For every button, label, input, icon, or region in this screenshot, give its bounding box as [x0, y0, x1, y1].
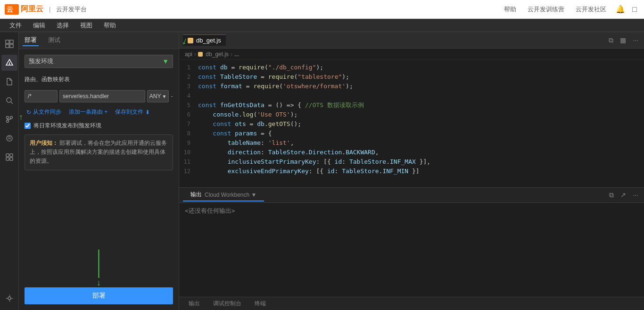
output-copy-icon[interactable]: ⧉: [607, 190, 616, 200]
svg-rect-18: [10, 158, 13, 160]
save-icon: ⬇: [145, 109, 150, 116]
activity-search-icon[interactable]: [1, 92, 17, 109]
svg-rect-4: [6, 44, 9, 48]
svg-rect-15: [6, 154, 9, 157]
output-panel-actions: ⧉ ↗ ···: [607, 190, 640, 200]
sync-from-file-btn[interactable]: ↻ 从文件同步: [25, 107, 63, 117]
output-expand-icon[interactable]: ↗: [619, 190, 628, 200]
breadcrumb-current: ...: [234, 51, 239, 58]
activity-git-icon[interactable]: [1, 111, 17, 127]
menu-select[interactable]: 选择: [52, 20, 74, 31]
cloud-workbench-label: Cloud Workbench: [205, 192, 249, 198]
menu-view[interactable]: 视图: [75, 20, 97, 31]
notice-box: 用户须知： 部署调试，将会在您为此应用开通的云服务上，按照该应用所属解决方案的描…: [25, 134, 173, 170]
nav-community[interactable]: 云开发社区: [576, 5, 606, 14]
editor-area: db_get.js ⧉ ▦ ··· api › db_get.js › ... …: [179, 32, 644, 310]
svg-line-8: [11, 102, 13, 104]
annotation-arrow-3: ↓: [97, 250, 101, 288]
bottom-tab-debug[interactable]: 调试控制台: [207, 299, 247, 309]
notice-prefix: 用户须知：: [30, 140, 58, 146]
sync-label: 从文件同步: [33, 108, 61, 116]
annotation-arrow-2: ↑: [19, 112, 23, 122]
breadcrumb-api[interactable]: api: [185, 51, 192, 58]
left-panel-tabs: 部署 测试: [19, 32, 179, 49]
env-dropdown-label: 预发环境: [29, 57, 53, 66]
code-line-11: 11 inclusiveStartPrimaryKey: [{ id: Tabl…: [179, 157, 644, 167]
output-tab-dropdown-icon[interactable]: Cloud Workbench ▼: [205, 192, 256, 198]
main-layout: 部署 测试 预发环境 ▼ ↑ 路由、函数映射表: [0, 32, 644, 310]
route-delete-icon[interactable]: -: [171, 92, 173, 100]
svg-point-10: [10, 117, 12, 119]
platform-name: 云开发平台: [56, 5, 87, 14]
breadcrumb-bar: api › db_get.js › ...: [179, 49, 644, 60]
route-method-select[interactable]: ANY ▼: [147, 90, 169, 102]
activity-blocks-icon[interactable]: [1, 149, 17, 165]
editor-actions: ⧉ ▦ ···: [607, 35, 640, 45]
output-more-icon[interactable]: ···: [631, 190, 640, 200]
left-panel-content: 预发环境 ▼ ↑ 路由、函数映射表 ANY ▼ -: [19, 49, 179, 310]
more-actions-icon[interactable]: ···: [631, 35, 640, 45]
code-line-12: 12 exclusiveEndPrimaryKey: [{ id: TableS…: [179, 167, 644, 176]
checkbox-label: 将日常环境发布到预发环境: [33, 122, 101, 130]
top-nav-icons: 🔔 □: [616, 5, 639, 14]
tab-test[interactable]: 测试: [46, 35, 62, 46]
nav-training[interactable]: 云开发训练营: [528, 5, 564, 14]
menu-help[interactable]: 帮助: [99, 20, 121, 31]
code-line-10: 10 direction: TableStore.Direction.BACKW…: [179, 148, 644, 157]
deploy-button[interactable]: 部署: [25, 287, 173, 304]
editor-tab-bar: db_get.js ⧉ ▦ ···: [179, 32, 644, 49]
save-to-file-btn[interactable]: 保存到文件 ⬇: [113, 107, 152, 117]
output-panel: 输出 Cloud Workbench ▼ ⧉ ↗ ··· <还没有任何输出>: [179, 187, 644, 310]
activity-bar: [0, 32, 19, 310]
activity-debug-icon[interactable]: [1, 130, 17, 146]
menu-file[interactable]: 文件: [5, 20, 26, 31]
svg-text:云: 云: [7, 6, 13, 13]
method-chevron-icon: ▼: [162, 94, 166, 99]
dropdown-arrow-icon: ▼: [162, 58, 169, 65]
output-content: <还没有任何输出>: [179, 203, 644, 297]
bottom-tab-output[interactable]: 输出: [183, 299, 206, 309]
code-line-8: 8 const params = {: [179, 129, 644, 138]
svg-point-11: [6, 120, 8, 123]
checkbox-row: 将日常环境发布到预发环境: [25, 122, 173, 130]
menu-bar: 文件 编辑 选择 视图 帮助: [0, 19, 644, 32]
output-chevron-icon: ▼: [251, 192, 257, 198]
daily-to-preview-checkbox[interactable]: [25, 123, 31, 129]
aliyun-logo-icon: 云: [5, 4, 19, 15]
route-path-input[interactable]: [25, 90, 58, 102]
file-tab-db-get-js[interactable]: db_get.js: [183, 34, 226, 46]
code-line-5: 5 const fnGetOtsData = () => { //OTS 数据读…: [179, 101, 644, 110]
breadcrumb-file[interactable]: db_get.js: [198, 51, 229, 58]
bell-icon[interactable]: 🔔: [616, 5, 625, 14]
svg-rect-16: [10, 154, 13, 157]
activity-file-icon[interactable]: [1, 74, 17, 90]
logo: 云 阿里云 | 云开发平台: [5, 4, 87, 15]
breadcrumb-sep-1: ›: [194, 51, 196, 58]
window-icon[interactable]: □: [630, 5, 639, 14]
output-tabs-row: 输出 Cloud Workbench ▼ ⧉ ↗ ···: [179, 188, 644, 203]
breadcrumb-filename: db_get.js: [206, 51, 229, 58]
file-tab-label: db_get.js: [196, 37, 221, 44]
activity-settings-icon[interactable]: [1, 290, 17, 306]
activity-deploy-icon[interactable]: [1, 55, 17, 71]
env-dropdown[interactable]: 预发环境 ▼: [25, 55, 173, 68]
code-editor[interactable]: 1 const db = require("./db_config"); 2 c…: [179, 60, 644, 187]
tab-deploy[interactable]: 部署: [23, 35, 39, 46]
no-output-text: <还没有任何输出>: [185, 207, 235, 214]
svg-point-7: [7, 98, 11, 102]
activity-grid-icon[interactable]: [1, 36, 17, 52]
add-route-btn[interactable]: 添加一条路由 +: [67, 107, 109, 117]
output-tab-main[interactable]: 输出 Cloud Workbench ▼: [183, 189, 264, 201]
top-nav-links: 帮助 云开发训练营 云开发社区: [504, 5, 606, 14]
nav-help[interactable]: 帮助: [504, 5, 516, 14]
action-row: ↻ 从文件同步 添加一条路由 + 保存到文件 ⬇: [25, 107, 173, 117]
menu-edit[interactable]: 编辑: [28, 20, 50, 31]
split-editor-icon[interactable]: ⧉: [607, 35, 615, 45]
top-nav: 云 阿里云 | 云开发平台 帮助 云开发训练营 云开发社区 🔔 □: [0, 0, 644, 19]
output-tab-label: 输出: [190, 191, 202, 199]
checkbox-section: 将日常环境发布到预发环境 ↑: [25, 122, 173, 130]
route-handler-input[interactable]: [59, 90, 145, 102]
bottom-tab-terminal[interactable]: 终端: [249, 299, 272, 309]
code-line-9: 9 tableName: 'list',: [179, 138, 644, 148]
layout-icon[interactable]: ▦: [618, 35, 628, 45]
